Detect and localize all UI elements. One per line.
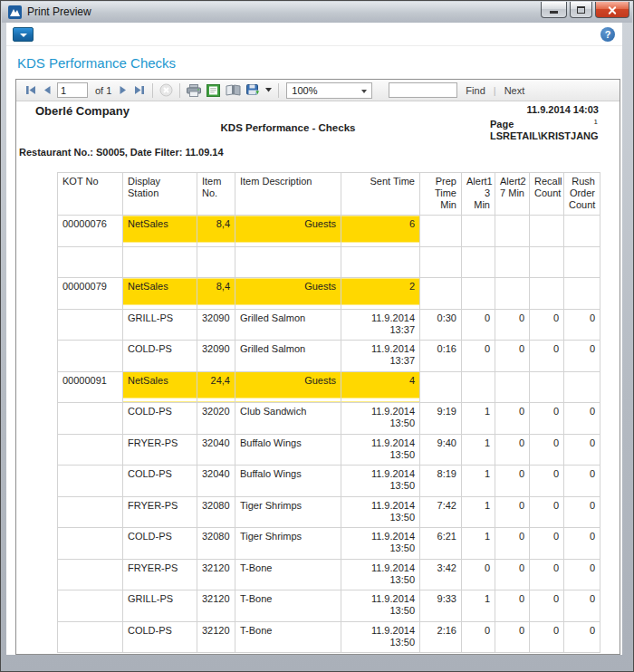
find-input[interactable] — [389, 82, 457, 98]
table-cell: COLD-PS — [123, 403, 197, 435]
table-cell: 0:16 — [420, 341, 462, 372]
zoom-value: 100% — [292, 85, 317, 96]
export-menu-caret[interactable] — [265, 88, 272, 92]
table-cell: 11.9.2014 13:50 — [341, 403, 420, 435]
table-cell: GRILL-PS — [123, 590, 197, 622]
find-link[interactable]: Find — [466, 85, 485, 96]
table-cell: 2:16 — [420, 621, 462, 653]
table-cell: 11.9.2014 13:50 — [341, 528, 420, 560]
page-setup-icon — [226, 84, 241, 96]
company-name: Oberlé Company — [35, 104, 130, 118]
next-link[interactable]: Next — [504, 85, 525, 96]
minimize-button[interactable] — [541, 2, 567, 18]
table-cell — [58, 466, 123, 497]
column-header: Item Description — [235, 173, 341, 216]
table-cell: 0 — [495, 466, 530, 497]
table-cell — [58, 621, 123, 653]
toolbar-separator — [152, 83, 153, 98]
table-cell: 0 — [530, 309, 564, 341]
previous-page-button[interactable] — [43, 85, 52, 95]
table-cell — [530, 278, 564, 310]
table-cell: 11.9.2014 13:50 — [341, 434, 420, 466]
next-page-button[interactable] — [119, 85, 128, 95]
table-cell — [58, 246, 123, 278]
table-cell: COLD-PS — [123, 621, 197, 653]
page-setup-button[interactable] — [226, 84, 241, 96]
table-cell: 0 — [530, 559, 564, 590]
table-cell: Grilled Salmon — [235, 341, 341, 372]
table-cell: 0 — [495, 403, 530, 435]
table-cell: 1 — [462, 434, 495, 466]
last-page-button[interactable] — [133, 85, 146, 95]
print-button[interactable] — [187, 84, 201, 97]
table-cell: 1 — [462, 403, 495, 435]
table-cell: 32090 — [197, 309, 235, 341]
table-header-row: KOT NoDisplay StationItem No.Item Descri… — [58, 173, 600, 216]
table-cell — [58, 403, 123, 435]
toolbar-separator — [179, 83, 180, 98]
table-cell: 0 — [462, 309, 495, 341]
table-cell: GRILL-PS — [123, 309, 197, 341]
table-cell: 32020 — [197, 403, 235, 435]
chevron-down-icon — [20, 34, 27, 37]
table-row: GRILL-PS32120T-Bone11.9.2014 13:509:3310… — [58, 590, 600, 622]
table-cell — [197, 246, 235, 278]
table-cell — [530, 216, 564, 247]
titlebar[interactable]: Print Preview — [2, 2, 632, 23]
table-cell: 0 — [495, 528, 530, 560]
table-row: COLD-PS32080Tiger Shrimps11.9.2014 13:50… — [58, 528, 600, 560]
print-layout-icon — [207, 84, 220, 97]
export-button[interactable] — [246, 84, 260, 97]
table-cell — [58, 496, 123, 528]
table-cell — [58, 434, 123, 466]
table-row: FRYER-PS32120T-Bone11.9.2014 13:503:4200… — [58, 559, 600, 590]
close-button[interactable] — [595, 2, 629, 18]
table-row: COLD-PS32040Buffalo Wings11.9.2014 13:50… — [58, 466, 600, 497]
table-cell: COLD-PS — [123, 341, 197, 372]
table-cell: Guests — [235, 278, 341, 310]
table-cell — [58, 309, 123, 341]
table-cell: 0 — [564, 559, 600, 590]
table-row: 00000076NetSales8,4Guests6 — [58, 216, 600, 247]
table-cell — [58, 559, 123, 590]
table-cell: Guests — [235, 216, 341, 247]
previous-page-icon — [43, 85, 52, 95]
table-cell — [420, 216, 462, 247]
table-cell: 0 — [530, 466, 564, 497]
table-cell: T-Bone — [235, 621, 341, 653]
table-cell — [58, 590, 123, 622]
zoom-combobox[interactable]: 100% — [286, 82, 372, 99]
page-count-label: of 1 — [95, 85, 111, 96]
close-icon — [608, 5, 617, 14]
print-layout-button[interactable] — [207, 84, 220, 97]
table-cell — [462, 278, 495, 310]
table-cell: 6:21 — [420, 528, 462, 560]
first-page-button[interactable] — [24, 85, 37, 95]
table-cell: Grilled Salmon — [235, 309, 341, 341]
help-icon[interactable]: ? — [600, 27, 615, 42]
column-header: Alert1 3 Min — [462, 173, 495, 216]
table-cell: 11.9.2014 13:50 — [341, 621, 420, 653]
minimize-icon — [550, 11, 558, 14]
table-cell: 32040 — [197, 434, 235, 466]
maximize-button[interactable] — [570, 2, 592, 18]
action-bar: ? — [6, 23, 622, 46]
table-cell: 11.9.2014 13:50 — [341, 496, 420, 528]
table-cell — [462, 371, 495, 403]
column-header: Display Station — [123, 173, 197, 216]
table-cell: Tiger Shrimps — [235, 528, 341, 560]
table-cell: 11.9.2014 13:37 — [341, 341, 420, 372]
table-cell: NetSales — [123, 216, 197, 247]
stop-rendering-button[interactable] — [159, 83, 173, 97]
table-cell: 0 — [530, 590, 564, 622]
report-table: KOT NoDisplay StationItem No.Item Descri… — [57, 172, 600, 653]
chevron-down-icon — [265, 88, 272, 92]
table-cell — [420, 371, 462, 403]
table-cell: 00000076 — [58, 216, 123, 247]
page-number-input[interactable] — [57, 82, 88, 98]
actions-dropdown-button[interactable] — [13, 27, 34, 42]
table-row — [58, 246, 600, 278]
table-cell — [495, 278, 530, 310]
table-cell: 11.9.2014 13:50 — [341, 559, 420, 590]
table-cell — [495, 371, 530, 403]
